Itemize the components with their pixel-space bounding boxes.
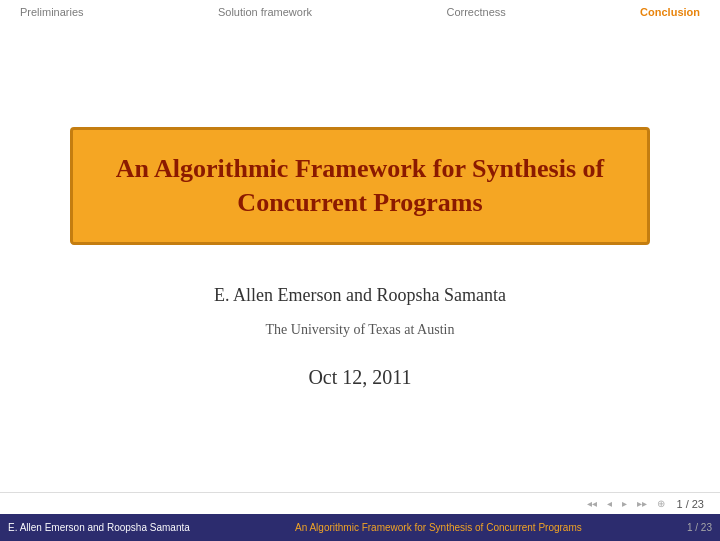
slide-content: An Algorithmic Framework for Synthesis o… [0,24,720,492]
footer-bar: E. Allen Emerson and Roopsha Samanta An … [0,514,720,541]
nav-preliminaries[interactable]: Preliminaries [20,6,84,18]
first-slide-button[interactable]: ◂◂ [584,497,600,510]
slide-title: An Algorithmic Framework for Synthesis o… [113,152,607,220]
zoom-button[interactable]: ⊕ [654,497,668,510]
university-text: The University of Texas at Austin [266,322,455,338]
footer-page: 1 / 23 [687,522,712,533]
title-box: An Algorithmic Framework for Synthesis o… [70,127,650,245]
navigation-arrows[interactable]: ◂◂ ◂ ▸ ▸▸ ⊕ [584,497,668,510]
last-slide-button[interactable]: ▸▸ [634,497,650,510]
page-number: 1 / 23 [676,498,704,510]
nav-conclusion[interactable]: Conclusion [640,6,700,18]
prev-slide-button[interactable]: ◂ [604,497,615,510]
nav-solution-framework[interactable]: Solution framework [218,6,312,18]
date-text: Oct 12, 2011 [308,366,411,389]
next-slide-button[interactable]: ▸ [619,497,630,510]
authors-text: E. Allen Emerson and Roopsha Samanta [214,285,506,306]
footer-authors: E. Allen Emerson and Roopsha Samanta [8,522,190,533]
top-navigation: Preliminaries Solution framework Correct… [0,0,720,24]
footer-title: An Algorithmic Framework for Synthesis o… [190,522,687,533]
nav-correctness[interactable]: Correctness [446,6,505,18]
slide-controls: ◂◂ ◂ ▸ ▸▸ ⊕ 1 / 23 [0,492,720,514]
